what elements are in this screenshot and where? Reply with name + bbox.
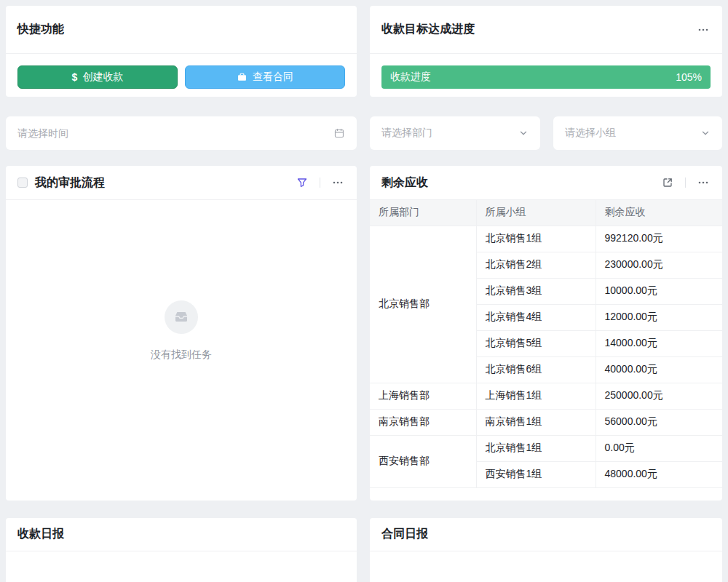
more-icon[interactable] — [331, 175, 345, 190]
more-icon[interactable] — [696, 23, 711, 37]
contract-daily-card: 合同日报 — [370, 518, 722, 582]
time-picker-field[interactable] — [6, 116, 357, 150]
group-cell: 北京销售1组 — [476, 226, 596, 252]
create-payment-button[interactable]: $ 创建收款 — [17, 65, 178, 89]
amount-cell: 12000.00元 — [596, 304, 722, 330]
group-select-placeholder: 请选择小组 — [565, 127, 700, 140]
group-cell: 北京销售5组 — [476, 330, 596, 356]
dollar-icon: $ — [72, 71, 78, 83]
approval-empty-text: 没有找到任务 — [151, 348, 212, 362]
progress-bar-label: 收款进度 — [390, 71, 431, 84]
progress-bar: 收款进度 105% — [381, 65, 711, 89]
amount-cell: 0.00元 — [596, 435, 722, 461]
amount-cell: 48000.00元 — [596, 461, 722, 487]
col-group: 所属小组 — [476, 200, 596, 226]
department-select-placeholder: 请选择部门 — [381, 127, 518, 140]
chevron-down-icon — [700, 128, 711, 138]
receivables-header: 剩余应收 — [370, 166, 722, 200]
amount-cell: 40000.00元 — [596, 356, 722, 383]
progress-title: 收款目标达成进度 — [381, 22, 475, 37]
empty-inbox-icon — [165, 300, 198, 334]
group-cell: 西安销售1组 — [476, 461, 596, 487]
chevron-down-icon — [518, 128, 529, 138]
department-select[interactable]: 请选择部门 — [370, 116, 540, 150]
department-cell: 上海销售部 — [370, 383, 476, 409]
group-select[interactable]: 请选择小组 — [553, 116, 722, 150]
approval-empty-state: 没有找到任务 — [6, 181, 357, 481]
view-contract-label: 查看合同 — [253, 71, 293, 84]
contract-daily-header: 合同日报 — [370, 518, 722, 551]
dashboard-page: 快捷功能 $ 创建收款 查看合同 收款目标达成进度 — [0, 0, 728, 582]
group-cell: 上海销售1组 — [476, 383, 596, 409]
receivables-card: 剩余应收 所属部门 所属小组 剩余应收 — [370, 166, 722, 501]
table-header-row: 所属部门 所属小组 剩余应收 — [370, 200, 722, 226]
table-row: 上海销售部 上海销售1组 250000.00元 — [370, 383, 722, 409]
amount-cell: 14000.00元 — [596, 330, 722, 356]
receivables-table: 所属部门 所属小组 剩余应收 北京销售部 北京销售1组 992120.00元 北… — [370, 200, 722, 488]
payment-daily-card: 收款日报 — [6, 518, 357, 582]
amount-cell: 56000.00元 — [596, 409, 722, 435]
view-contract-button[interactable]: 查看合同 — [185, 65, 345, 89]
briefcase-icon — [237, 72, 248, 83]
header-divider — [320, 178, 320, 188]
amount-cell: 230000.00元 — [596, 252, 722, 278]
contract-daily-title: 合同日报 — [381, 527, 428, 542]
filter-icon[interactable] — [295, 175, 309, 190]
calendar-icon[interactable] — [333, 127, 345, 139]
table-row: 南京销售部 南京销售1组 56000.00元 — [370, 409, 722, 435]
department-cell: 南京销售部 — [370, 409, 476, 435]
approval-checkbox[interactable] — [17, 178, 28, 188]
group-cell: 北京销售6组 — [476, 356, 596, 383]
approval-title: 我的审批流程 — [35, 175, 105, 191]
progress-header: 收款目标达成进度 — [370, 6, 722, 54]
create-payment-label: 创建收款 — [82, 71, 123, 84]
time-picker-input[interactable] — [17, 127, 333, 139]
receivables-title: 剩余应收 — [381, 175, 428, 191]
department-cell: 北京销售部 — [370, 226, 476, 383]
quick-actions-header: 快捷功能 — [6, 6, 357, 54]
col-department: 所属部门 — [370, 200, 476, 226]
group-cell: 北京销售1组 — [476, 435, 596, 461]
header-divider — [685, 178, 686, 188]
group-cell: 北京销售4组 — [476, 304, 596, 330]
department-cell: 西安销售部 — [370, 435, 476, 487]
progress-bar-wrap: 收款进度 105% — [370, 54, 722, 100]
table-row: 北京销售部 北京销售1组 992120.00元 — [370, 226, 722, 252]
table-row: 西安销售部 北京销售1组 0.00元 — [370, 435, 722, 461]
quick-actions-title: 快捷功能 — [17, 22, 64, 37]
open-in-new-icon[interactable] — [660, 175, 675, 190]
more-icon[interactable] — [696, 175, 711, 190]
amount-cell: 250000.00元 — [596, 383, 722, 409]
approval-card: 我的审批流程 没有找到任务 — [6, 166, 357, 501]
amount-cell: 992120.00元 — [596, 226, 722, 252]
group-cell: 南京销售1组 — [476, 409, 596, 435]
group-cell: 北京销售2组 — [476, 252, 596, 278]
quick-actions-buttons: $ 创建收款 查看合同 — [6, 54, 357, 100]
progress-bar-value: 105% — [676, 71, 702, 83]
payment-daily-title: 收款日报 — [17, 527, 64, 542]
group-cell: 北京销售3组 — [476, 278, 596, 304]
quick-actions-card: 快捷功能 $ 创建收款 查看合同 — [6, 6, 357, 97]
col-amount: 剩余应收 — [596, 200, 722, 226]
progress-card: 收款目标达成进度 收款进度 105% — [370, 6, 722, 97]
payment-daily-header: 收款日报 — [6, 518, 357, 551]
amount-cell: 10000.00元 — [596, 278, 722, 304]
